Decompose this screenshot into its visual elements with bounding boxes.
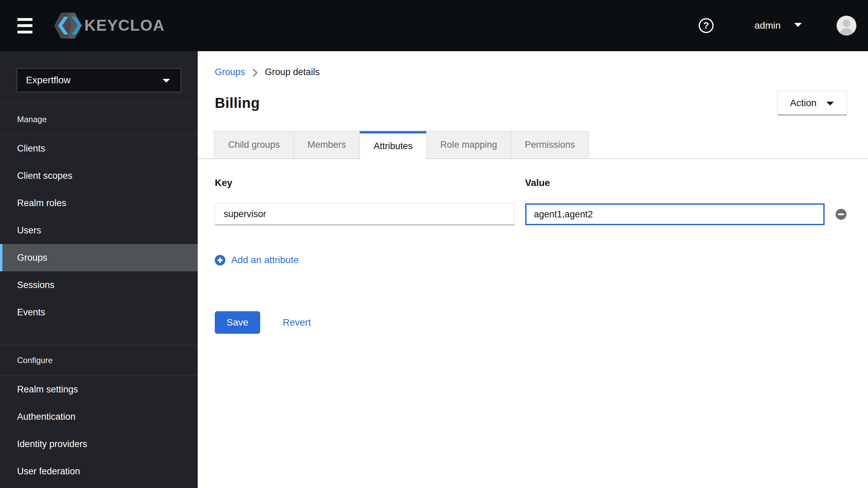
tab-permissions[interactable]: Permissions bbox=[511, 131, 589, 158]
page-title: Billing bbox=[215, 95, 260, 111]
sidebar-item-label: Realm settings bbox=[17, 384, 78, 395]
sidebar-item-label: Authentication bbox=[17, 412, 75, 422]
minus-circle-icon bbox=[835, 209, 847, 220]
sidebar-section-manage: Manage bbox=[0, 104, 198, 134]
sidebar-item-events[interactable]: Events bbox=[0, 299, 198, 326]
sidebar: Expertflow Manage Clients Client scopes … bbox=[0, 51, 198, 488]
attribute-column-headers: Key Value bbox=[215, 177, 847, 188]
save-button[interactable]: Save bbox=[215, 311, 260, 334]
tab-members[interactable]: Members bbox=[294, 131, 360, 158]
breadcrumb: Groups Group details bbox=[215, 66, 847, 78]
add-attribute-label: Add an attribute bbox=[231, 255, 299, 265]
chevron-down-icon bbox=[162, 75, 170, 86]
tab-attributes[interactable]: Attributes bbox=[360, 131, 426, 159]
main-content: Groups Group details Billing Action Chil… bbox=[198, 51, 868, 488]
action-dropdown-label: Action bbox=[790, 98, 817, 109]
avatar[interactable] bbox=[837, 16, 856, 35]
sidebar-item-sessions[interactable]: Sessions bbox=[0, 271, 198, 299]
masthead: KEYCLOAK ? admin bbox=[0, 0, 868, 51]
sidebar-item-label: Groups bbox=[17, 253, 47, 263]
value-column-header: Value bbox=[525, 177, 825, 188]
header-toolbar: ? admin bbox=[698, 16, 868, 35]
user-menu-label[interactable]: admin bbox=[755, 20, 781, 31]
hamburger-menu-icon[interactable] bbox=[17, 18, 32, 33]
sidebar-nav-manage: Clients Client scopes Realm roles Users … bbox=[0, 135, 198, 326]
tab-child-groups[interactable]: Child groups bbox=[214, 131, 294, 158]
help-icon[interactable]: ? bbox=[698, 18, 714, 33]
attribute-value-input[interactable] bbox=[525, 203, 825, 225]
keycloak-logo-icon: KEYCLOAK bbox=[52, 10, 164, 41]
action-dropdown-button[interactable]: Action bbox=[778, 91, 847, 115]
svg-text:KEYCLOAK: KEYCLOAK bbox=[84, 16, 164, 34]
breadcrumb-current: Group details bbox=[265, 67, 320, 77]
keycloak-logo[interactable]: KEYCLOAK bbox=[52, 10, 164, 41]
sidebar-item-authentication[interactable]: Authentication bbox=[0, 403, 198, 430]
chevron-down-icon[interactable] bbox=[794, 22, 802, 29]
form-actions: Save Revert bbox=[215, 311, 847, 334]
sidebar-item-groups[interactable]: Groups bbox=[0, 244, 198, 271]
chevron-down-icon bbox=[826, 98, 834, 109]
key-column-header: Key bbox=[215, 177, 515, 188]
title-row: Billing Action bbox=[215, 91, 847, 115]
sidebar-item-identity-providers[interactable]: Identity providers bbox=[0, 430, 198, 458]
sidebar-item-label: Identity providers bbox=[17, 439, 87, 449]
sidebar-item-label: Users bbox=[17, 225, 41, 236]
sidebar-item-user-federation[interactable]: User federation bbox=[0, 458, 198, 485]
realm-selector-label: Expertflow bbox=[26, 75, 71, 86]
sidebar-item-label: Events bbox=[17, 307, 45, 318]
tab-role-mapping[interactable]: Role mapping bbox=[426, 131, 511, 158]
revert-button[interactable]: Revert bbox=[283, 317, 311, 328]
sidebar-item-label: Client scopes bbox=[17, 171, 72, 181]
plus-circle-icon bbox=[215, 255, 225, 265]
sidebar-item-label: Clients bbox=[17, 143, 45, 154]
sidebar-section-configure: Configure bbox=[0, 345, 198, 375]
sidebar-item-client-scopes[interactable]: Client scopes bbox=[0, 162, 198, 189]
sidebar-item-label: User federation bbox=[17, 466, 80, 477]
sidebar-item-realm-settings[interactable]: Realm settings bbox=[0, 376, 198, 403]
sidebar-item-label: Realm roles bbox=[17, 198, 66, 209]
sidebar-item-clients[interactable]: Clients bbox=[0, 135, 198, 162]
sidebar-item-users[interactable]: Users bbox=[0, 217, 198, 244]
breadcrumb-chevron-icon bbox=[252, 68, 258, 77]
remove-attribute-button[interactable] bbox=[835, 209, 847, 220]
breadcrumb-groups-link[interactable]: Groups bbox=[215, 67, 245, 77]
realm-selector[interactable]: Expertflow bbox=[17, 68, 181, 92]
sidebar-item-label: Sessions bbox=[17, 280, 55, 290]
attribute-key-input[interactable] bbox=[215, 203, 515, 225]
add-attribute-button[interactable]: Add an attribute bbox=[215, 255, 299, 265]
sidebar-nav-configure: Realm settings Authentication Identity p… bbox=[0, 376, 198, 485]
attribute-row bbox=[215, 203, 847, 225]
tabs: Child groups Members Attributes Role map… bbox=[198, 131, 868, 159]
svg-text:?: ? bbox=[703, 20, 709, 31]
sidebar-item-realm-roles[interactable]: Realm roles bbox=[0, 189, 198, 217]
